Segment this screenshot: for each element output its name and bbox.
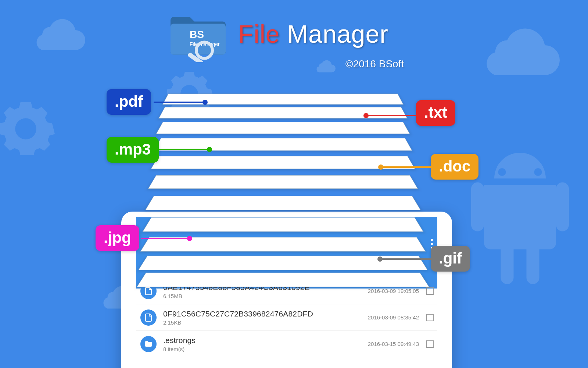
file-date: 2016-03-09 08:35:42 — [368, 314, 419, 321]
filetype-badge-pdf: .pdf — [107, 89, 151, 115]
file-checkbox[interactable] — [426, 314, 434, 321]
app-logo: BS File manager — [169, 5, 228, 62]
paper-stack-graphic — [154, 91, 412, 283]
file-name: .estrongs — [163, 336, 368, 345]
connector-line — [158, 149, 209, 150]
file-size: 6.15MB — [163, 293, 368, 299]
connector-line — [366, 115, 417, 116]
file-name: 0F91C56C75C27C72B339682476A82DFD — [163, 309, 368, 318]
folder-icon — [140, 336, 157, 352]
copyright-text: ©2016 BSoft — [345, 58, 404, 70]
logo-text-top: BS — [190, 29, 204, 40]
file-icon — [140, 309, 157, 326]
file-list: 0AE17475548E88F585A424C3A631092E 6.15MB … — [136, 278, 437, 357]
app-header: BS File manager File Manager — [169, 5, 388, 62]
badge-label: .gif — [439, 250, 462, 267]
connector-line — [154, 102, 205, 103]
file-date: 2016-03-09 19:05:05 — [368, 288, 419, 294]
filetype-badge-txt: .txt — [416, 100, 455, 126]
title-word-file: File — [238, 20, 280, 48]
file-row[interactable]: 0F91C56C75C27C72B339682476A82DFD 2.15KB … — [136, 304, 437, 331]
filetype-badge-mp3: .mp3 — [107, 137, 159, 163]
title-word-manager: Manager — [280, 20, 388, 48]
filetype-badge-jpg: .jpg — [96, 225, 139, 251]
file-checkbox[interactable] — [426, 287, 434, 295]
gear-decoration-icon — [0, 96, 59, 162]
file-size: 8 item(s) — [163, 346, 368, 352]
file-row[interactable]: .estrongs 8 item(s) 2016-03-15 09:49:43 — [136, 331, 437, 357]
file-size: 2.15KB — [163, 319, 368, 326]
badge-label: .mp3 — [115, 141, 151, 158]
badge-label: .doc — [439, 158, 470, 175]
badge-label: .txt — [424, 104, 447, 121]
app-title: File Manager — [238, 20, 388, 48]
cloud-decoration-icon — [470, 22, 570, 88]
filetype-badge-gif: .gif — [431, 246, 470, 272]
connector-line — [380, 258, 431, 260]
badge-label: .pdf — [115, 93, 143, 110]
file-date: 2016-03-15 09:49:43 — [368, 341, 419, 347]
file-checkbox[interactable] — [426, 340, 434, 348]
badge-label: .jpg — [104, 229, 131, 247]
filetype-badge-doc: .doc — [431, 154, 478, 180]
connector-line — [381, 166, 431, 168]
connector-line — [141, 238, 190, 239]
cloud-decoration-icon — [26, 15, 92, 59]
